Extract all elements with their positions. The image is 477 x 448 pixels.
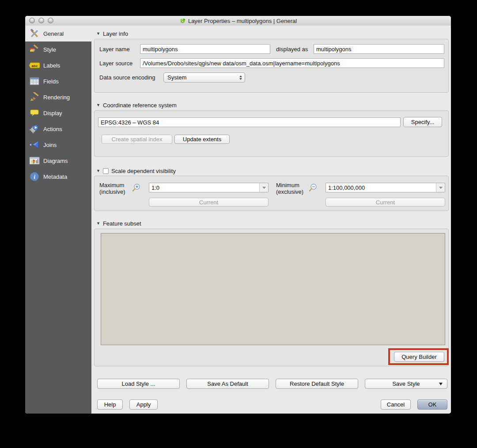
sidebar-item-label: General xyxy=(43,30,64,37)
chart-image-icon xyxy=(29,155,40,166)
help-button[interactable]: Help xyxy=(97,399,123,410)
paintbrush-icon xyxy=(29,92,40,102)
sidebar-item-label: Style xyxy=(43,46,56,53)
svg-text:i: i xyxy=(34,173,35,180)
label-line: (inclusive) xyxy=(99,188,125,195)
sidebar-item-joins[interactable]: Joins xyxy=(25,137,91,153)
button-label: Create spatial index xyxy=(112,136,163,143)
button-label: Help xyxy=(104,401,116,408)
sidebar-item-rendering[interactable]: Rendering xyxy=(25,89,91,105)
data-source-encoding-label: Data source encoding xyxy=(99,74,155,81)
sidebar-item-label: Labels xyxy=(43,62,60,69)
general-tab-content: ▼ Layer info Layer name displayed as Lay… xyxy=(91,26,451,414)
update-extents-button[interactable]: Update extents xyxy=(174,135,230,144)
sidebar: General Style abc Labels xyxy=(25,26,91,414)
button-label: Restore Default Style xyxy=(290,380,344,387)
tools-icon xyxy=(29,28,40,39)
sidebar-item-label: Display xyxy=(43,110,62,117)
disclosure-triangle-icon[interactable]: ▼ xyxy=(96,169,100,173)
create-spatial-index-button[interactable]: Create spatial index xyxy=(102,135,172,144)
sidebar-item-label: Diagrams xyxy=(43,158,68,164)
chevron-down-icon xyxy=(439,383,443,385)
sidebar-item-label: Joins xyxy=(43,142,57,148)
query-builder-button[interactable]: Query Builder xyxy=(394,352,444,362)
table-icon xyxy=(29,76,40,87)
paint-style-icon xyxy=(29,44,40,55)
button-label: Query Builder xyxy=(401,354,436,360)
layer-properties-dialog: Layer Properties – multipolygons | Gener… xyxy=(25,16,451,414)
gear-action-icon xyxy=(29,124,40,134)
sidebar-item-display[interactable]: Display xyxy=(25,105,91,121)
sidebar-item-style[interactable]: Style xyxy=(25,41,91,57)
button-label: Apply xyxy=(136,401,151,408)
sidebar-item-label: Actions xyxy=(43,126,62,132)
displayed-as-label: displayed as xyxy=(276,46,308,53)
sidebar-item-labels[interactable]: abc Labels xyxy=(25,57,91,73)
restore-default-style-button[interactable]: Restore Default Style xyxy=(276,379,358,389)
layer-source-input[interactable] xyxy=(140,58,444,68)
minimum-scale-label: Minimum (exclusive) xyxy=(276,182,303,195)
button-label: Load Style ... xyxy=(122,380,155,387)
button-label: Save Style xyxy=(392,380,420,387)
sidebar-item-label: Fields xyxy=(43,78,59,85)
sidebar-item-actions[interactable]: Actions xyxy=(25,121,91,137)
layer-name-label: Layer name xyxy=(99,46,130,53)
chevron-down-icon xyxy=(262,187,266,189)
combo-dropdown-button[interactable] xyxy=(259,183,268,192)
maximum-scale-combobox[interactable] xyxy=(149,183,269,192)
disclosure-triangle-icon[interactable]: ▼ xyxy=(96,32,100,36)
scale-visibility-section-header: ▼ Scale dependent visibility xyxy=(96,168,176,174)
disclosure-triangle-icon[interactable]: ▼ xyxy=(96,222,100,226)
button-label: Current xyxy=(199,199,218,206)
join-arrow-icon xyxy=(29,139,40,150)
scale-visibility-checkbox[interactable] xyxy=(103,168,109,174)
title-bar[interactable]: Layer Properties – multipolygons | Gener… xyxy=(25,16,451,26)
label-line: (exclusive) xyxy=(276,188,303,195)
displayed-as-input[interactable] xyxy=(314,44,444,54)
sidebar-item-diagrams[interactable]: Diagrams xyxy=(25,153,91,169)
crs-section-header: ▼ Coordinate reference system xyxy=(96,102,177,109)
zoom-in-magnifier-icon xyxy=(132,183,141,192)
minimum-scale-combobox[interactable] xyxy=(326,183,445,192)
qgis-logo-icon xyxy=(179,18,186,24)
button-label: Update extents xyxy=(183,136,221,143)
crs-value-input[interactable] xyxy=(98,117,401,127)
layer-info-section-header: ▼ Layer info xyxy=(96,30,128,37)
section-title: Layer info xyxy=(103,30,128,37)
cancel-button[interactable]: Cancel xyxy=(381,399,411,410)
section-title: Feature subset xyxy=(103,220,141,227)
feature-subset-section-header: ▼ Feature subset xyxy=(96,220,141,227)
load-style-button[interactable]: Load Style ... xyxy=(97,379,180,389)
sidebar-item-fields[interactable]: Fields xyxy=(25,73,91,89)
button-label: Specify... xyxy=(411,119,435,125)
disclosure-triangle-icon[interactable]: ▼ xyxy=(96,103,100,107)
minimum-current-button[interactable]: Current xyxy=(326,198,445,207)
button-label: OK xyxy=(428,401,437,408)
feature-subset-query-input[interactable] xyxy=(101,233,445,345)
maximum-current-button[interactable]: Current xyxy=(149,198,269,207)
info-icon: i xyxy=(29,171,40,182)
save-style-dropdown-button[interactable]: Save Style xyxy=(365,379,447,389)
sidebar-item-metadata[interactable]: i Metadata xyxy=(25,169,91,184)
sidebar-item-label: Metadata xyxy=(43,173,67,180)
section-title: Scale dependent visibility xyxy=(111,168,176,174)
encoding-dropdown[interactable]: System xyxy=(163,72,245,83)
save-as-default-button[interactable]: Save As Default xyxy=(186,379,269,389)
combo-dropdown-button[interactable] xyxy=(436,183,445,192)
maximum-scale-input[interactable] xyxy=(149,183,259,192)
section-title: Coordinate reference system xyxy=(103,102,177,109)
layer-name-input[interactable] xyxy=(140,44,270,54)
minimum-scale-input[interactable] xyxy=(326,183,436,192)
abc-label-icon: abc xyxy=(29,60,40,71)
apply-button[interactable]: Apply xyxy=(129,399,158,410)
button-label: Save As Default xyxy=(207,380,248,387)
speech-bubble-icon xyxy=(29,108,40,118)
sidebar-item-label: Rendering xyxy=(43,94,70,101)
window-title: Layer Properties – multipolygons | Gener… xyxy=(188,18,297,24)
maximum-scale-label: Maximum (inclusive) xyxy=(99,182,125,195)
sidebar-item-general[interactable]: General xyxy=(25,26,91,41)
layer-source-label: Layer source xyxy=(99,60,132,67)
specify-crs-button[interactable]: Specify... xyxy=(403,117,442,127)
label-line: Minimum xyxy=(276,182,299,188)
ok-button[interactable]: OK xyxy=(417,399,447,410)
